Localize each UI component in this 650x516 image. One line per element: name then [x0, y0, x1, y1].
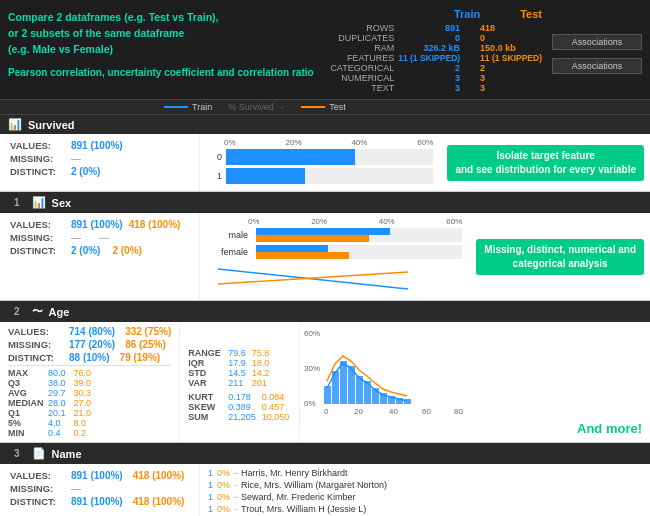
- sex-num: 1: [8, 195, 26, 210]
- survived-body: VALUES: 891 (100%) MISSING: — DISTINCT: …: [0, 134, 650, 191]
- survived-values-row: VALUES: 891 (100%): [10, 140, 189, 151]
- train-ram: 326.2 kB: [398, 43, 480, 53]
- svg-rect-8: [324, 386, 331, 404]
- age-section: 2 〜 Age VALUES: 714 (80%) 332 (75%) MISS…: [0, 301, 650, 443]
- svg-rect-13: [364, 381, 371, 404]
- train-categorical: 2: [398, 63, 480, 73]
- pearson-text: Pearson correlation, uncertainty coeffic…: [8, 65, 320, 80]
- sex-trend-lines: [208, 264, 462, 294]
- test-features: 11 (1 SKIPPED): [480, 53, 542, 63]
- sex-section: 1 📊 Sex VALUES: 891 (100%) 418 (100%) MI…: [0, 192, 650, 301]
- legend-train-label: Train: [192, 102, 212, 112]
- svg-rect-10: [340, 361, 347, 404]
- svg-text:0: 0: [324, 407, 329, 416]
- name-item-0: 1 0% - Harris, Mr. Henry Birkhardt: [208, 468, 642, 478]
- survived-missing-row: MISSING: —: [10, 153, 189, 164]
- name-values-list: 1 0% - Harris, Mr. Henry Birkhardt 1 0% …: [200, 464, 650, 516]
- name-header: 3 📄 Name: [0, 443, 650, 464]
- legend-test-line: [301, 106, 325, 108]
- age-chart-svg: 60% 30% 0% 0 20 40 60 80: [304, 326, 565, 416]
- survived-chart: 0% 20% 40% 60% 0 1: [200, 134, 441, 191]
- test-rows: 418: [480, 23, 542, 33]
- name-body: VALUES: 891 (100%) 418 (100%) MISSING: —…: [0, 464, 650, 516]
- name-section: 3 📄 Name VALUES: 891 (100%) 418 (100%) M…: [0, 443, 650, 516]
- legend-test-label: Test: [329, 102, 346, 112]
- name-icon: 📄: [32, 447, 46, 460]
- desc-line3: (e.g. Male vs Female): [8, 42, 320, 58]
- age-missing-row: MISSING: 177 (20%) 86 (25%): [8, 339, 171, 350]
- sex-missing-row: MISSING: — —: [10, 232, 189, 243]
- svg-text:0%: 0%: [304, 399, 316, 408]
- ram-label: RAM: [330, 43, 398, 53]
- test-header-label: Test: [520, 8, 542, 20]
- legend-bar: Train % Survived → Test: [0, 100, 650, 115]
- legend-test: Test: [301, 102, 346, 112]
- name-num: 3: [8, 446, 26, 461]
- sex-icon: 📊: [32, 196, 46, 209]
- test-ram: 150.0 kb: [480, 43, 542, 53]
- name-distinct-row: DISTINCT: 891 (100%) 418 (100%): [10, 496, 189, 507]
- age-secondary-stats: RANGE 79.6 75.8 IQR 17.9 18.0 STD 14.5: [180, 322, 300, 442]
- main-container: Compare 2 dataframes (e.g. Test vs Train…: [0, 0, 650, 516]
- train-text: 3: [398, 83, 480, 93]
- sex-stats: VALUES: 891 (100%) 418 (100%) MISSING: —…: [0, 213, 200, 300]
- test-text: 3: [480, 83, 542, 93]
- associations-btn-train[interactable]: Associations: [552, 34, 642, 50]
- age-main-stats: VALUES: 714 (80%) 332 (75%) MISSING: 177…: [0, 322, 180, 442]
- top-banner: Compare 2 dataframes (e.g. Test vs Train…: [0, 0, 650, 100]
- test-numerical: 3: [480, 73, 542, 83]
- legend-pct-label: % Survived →: [228, 102, 285, 112]
- age-stat-5pct: 5% 4.0 8.0: [8, 418, 91, 428]
- age-stat-avg: AVG 29.7 30.3: [8, 388, 91, 398]
- sex-title: Sex: [52, 197, 72, 209]
- train-header-label: Train: [454, 8, 480, 20]
- train-numerical: 3: [398, 73, 480, 83]
- svg-text:40: 40: [389, 407, 398, 416]
- sex-header: 1 📊 Sex: [0, 192, 650, 213]
- sex-distinct-row: DISTINCT: 2 (0%) 2 (0%): [10, 245, 189, 256]
- svg-text:30%: 30%: [304, 364, 320, 373]
- age-stat-q1: Q1 20.1 21.0: [8, 408, 91, 418]
- name-item-1: 1 0% - Rice, Mrs. William (Margaret Nort…: [208, 480, 642, 490]
- desc-line1: Compare 2 dataframes (e.g. Test vs Train…: [8, 10, 320, 26]
- survived-distinct-row: DISTINCT: 2 (0%): [10, 166, 189, 177]
- survived-icon: 📊: [8, 118, 22, 131]
- sex-body: VALUES: 891 (100%) 418 (100%) MISSING: —…: [0, 213, 650, 300]
- svg-text:60: 60: [422, 407, 431, 416]
- name-item-3: 1 0% - Trout, Mrs. William H (Jessie L): [208, 504, 642, 514]
- rows-label: ROWS: [330, 23, 398, 33]
- age-title: Age: [49, 306, 70, 318]
- age-stats-table: MAX 80.0 76.0 Q3 38.0 39.0 AVG 29.7: [8, 368, 91, 438]
- survived-annotation-area: Isolate target feature and see distribut…: [441, 134, 650, 191]
- age-icon: 〜: [32, 304, 43, 319]
- age-stat-max: MAX 80.0 76.0: [8, 368, 91, 378]
- name-missing-row: MISSING: —: [10, 483, 189, 494]
- svg-text:60%: 60%: [304, 329, 320, 338]
- train-duplicates: 0: [398, 33, 480, 43]
- duplicates-label: DUPLICATES: [330, 33, 398, 43]
- age-distinct-row: DISTINCT: 88 (10%) 79 (19%): [8, 352, 171, 363]
- age-stat-q3: Q3 38.0 39.0: [8, 378, 91, 388]
- sex-values-row: VALUES: 891 (100%) 418 (100%): [10, 219, 189, 230]
- desc-line2: or 2 subsets of the same dataframe: [8, 26, 320, 42]
- test-categorical: 2: [480, 63, 542, 73]
- train-rows: 891: [398, 23, 480, 33]
- text-label: TEXT: [330, 83, 398, 93]
- test-duplicates: 0: [480, 33, 542, 43]
- survived-bar-1: 1: [208, 168, 433, 184]
- age-values-row: VALUES: 714 (80%) 332 (75%): [8, 326, 171, 337]
- name-values-row: VALUES: 891 (100%) 418 (100%): [10, 470, 189, 481]
- svg-text:80: 80: [454, 407, 463, 416]
- associations-btn-test[interactable]: Associations: [552, 58, 642, 74]
- features-label: FEATURES: [330, 53, 398, 63]
- numerical-label: NUMERICAL: [330, 73, 398, 83]
- sections-container: 📊 Survived VALUES: 891 (100%) MISSING: —…: [0, 115, 650, 516]
- sex-bar-female: female: [208, 245, 462, 259]
- age-header: 2 〜 Age: [0, 301, 650, 322]
- name-title: Name: [52, 448, 82, 460]
- categorical-label: CATEGORICAL: [330, 63, 398, 73]
- banner-description: Compare 2 dataframes (e.g. Test vs Train…: [8, 6, 320, 80]
- and-more-annotation: And more!: [577, 421, 642, 436]
- survived-title: Survived: [28, 119, 74, 131]
- age-stat-median: MEDIAN 28.0 27.0: [8, 398, 91, 408]
